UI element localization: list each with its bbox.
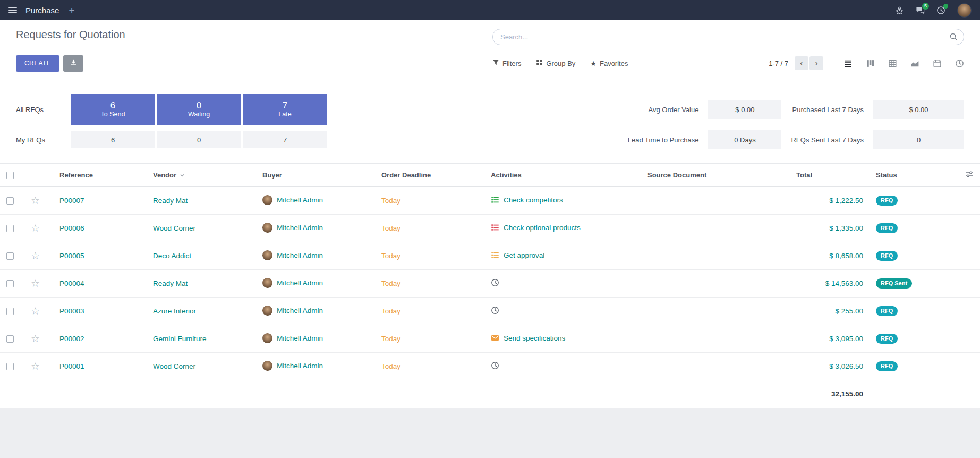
export-button[interactable] — [63, 55, 83, 72]
buyer-link[interactable]: Mitchell Admin — [277, 307, 323, 315]
group-by-button[interactable]: Group By — [536, 59, 575, 67]
select-all-checkbox[interactable] — [6, 172, 14, 179]
favorite-star-icon[interactable]: ☆ — [31, 333, 40, 344]
vendor-link[interactable]: Ready Mat — [153, 197, 188, 205]
buyer-link[interactable]: Mitchell Admin — [277, 362, 323, 370]
row-checkbox[interactable] — [6, 252, 14, 260]
search-icon[interactable] — [949, 32, 958, 41]
table-row[interactable]: ☆ P00001 Wood Corner Mitchell Admin Toda… — [0, 353, 980, 380]
activities-clock-icon[interactable] — [936, 6, 945, 15]
kpi-avg-order-value: $ 0.00 — [708, 100, 781, 119]
tile-late[interactable]: 7 Late — [243, 94, 327, 125]
graph-view-icon[interactable] — [910, 59, 919, 68]
vendor-link[interactable]: Azure Interior — [153, 307, 196, 315]
buyer-link[interactable]: Mitchell Admin — [277, 196, 323, 204]
tile-waiting[interactable]: 0 Waiting — [157, 94, 241, 125]
row-checkbox[interactable] — [6, 363, 14, 370]
table-row[interactable]: ☆ P00006 Wood Corner Mitchell Admin Toda… — [0, 215, 980, 242]
optional-columns-icon[interactable] — [965, 170, 974, 179]
column-header-total[interactable]: Total — [790, 164, 870, 187]
column-header-order-deadline[interactable]: Order Deadline — [375, 164, 484, 187]
buyer-link[interactable]: Mitchell Admin — [277, 279, 323, 287]
sort-caret-icon — [180, 172, 185, 177]
list-view-icon[interactable] — [843, 59, 853, 68]
my-tile-to-send[interactable]: 6 — [71, 131, 155, 148]
buyer-avatar — [262, 361, 272, 371]
activity-label[interactable]: Check competitors — [504, 196, 563, 204]
column-header-activities[interactable]: Activities — [484, 164, 641, 187]
favorites-button[interactable]: ★ Favorites — [590, 60, 628, 67]
activity-todo-list-icon[interactable] — [491, 223, 499, 232]
table-row[interactable]: ☆ P00002 Gemini Furniture Mitchell Admin… — [0, 325, 980, 353]
calendar-view-icon[interactable] — [933, 59, 942, 68]
table-row[interactable]: ☆ P00004 Ready Mat Mitchell Admin Today … — [0, 270, 980, 298]
row-checkbox[interactable] — [6, 225, 14, 232]
table-row[interactable]: ☆ P00007 Ready Mat Mitchell Admin Today … — [0, 187, 980, 215]
pivot-view-icon[interactable] — [888, 59, 897, 68]
vendor-link[interactable]: Wood Corner — [153, 224, 195, 232]
favorite-star-icon[interactable]: ☆ — [31, 195, 40, 206]
table-row[interactable]: ☆ P00003 Azure Interior Mitchell Admin T… — [0, 298, 980, 325]
activity-clock-icon[interactable] — [491, 278, 499, 287]
activity-view-icon[interactable] — [955, 59, 964, 68]
table-row[interactable]: ☆ P00005 Deco Addict Mitchell Admin Toda… — [0, 242, 980, 270]
reference-link[interactable]: P00002 — [59, 335, 84, 343]
buyer-link[interactable]: Mitchell Admin — [277, 224, 323, 232]
filters-button[interactable]: Filters — [492, 59, 521, 67]
pager-previous-button[interactable]: ‹ — [795, 56, 808, 70]
column-header-status[interactable]: Status — [870, 164, 928, 187]
kpi-purchased-last-7-days-label: Purchased Last 7 Days — [791, 106, 864, 114]
activity-clock-icon[interactable] — [491, 306, 499, 315]
activity-email-icon[interactable] — [491, 334, 499, 342]
my-tile-late[interactable]: 7 — [243, 131, 327, 148]
new-tab-icon[interactable]: + — [69, 5, 74, 15]
reference-link[interactable]: P00006 — [59, 224, 84, 232]
activity-label[interactable]: Send specifications — [504, 334, 565, 342]
column-header-vendor[interactable]: Vendor — [147, 164, 256, 187]
buyer-avatar — [262, 250, 272, 260]
messages-icon[interactable]: 5 — [916, 6, 925, 15]
reference-link[interactable]: P00004 — [59, 279, 84, 287]
reference-link[interactable]: P00005 — [59, 252, 84, 260]
row-checkbox[interactable] — [6, 335, 14, 343]
vendor-link[interactable]: Deco Addict — [153, 252, 191, 260]
vendor-link[interactable]: Wood Corner — [153, 362, 195, 370]
reference-link[interactable]: P00001 — [59, 362, 84, 370]
pager-next-button[interactable]: › — [809, 56, 823, 70]
my-tile-waiting[interactable]: 0 — [157, 131, 241, 148]
debug-bug-icon[interactable] — [895, 6, 904, 15]
row-checkbox[interactable] — [6, 280, 14, 287]
favorite-star-icon[interactable]: ☆ — [31, 306, 40, 317]
buyer-link[interactable]: Mitchell Admin — [277, 334, 323, 342]
activity-label[interactable]: Check optional products — [504, 224, 581, 232]
row-checkbox[interactable] — [6, 197, 14, 205]
column-header-reference[interactable]: Reference — [53, 164, 147, 187]
tile-to-send[interactable]: 6 To Send — [71, 94, 155, 125]
vendor-link[interactable]: Gemini Furniture — [153, 335, 207, 343]
user-avatar[interactable] — [957, 3, 972, 18]
create-button[interactable]: CREATE — [16, 55, 59, 72]
favorite-star-icon[interactable]: ☆ — [31, 278, 40, 289]
search-input[interactable] — [492, 29, 964, 45]
activity-label[interactable]: Get approval — [504, 251, 544, 259]
activity-todo-list-icon[interactable] — [491, 251, 499, 259]
buyer-avatar — [262, 333, 272, 343]
buyer-link[interactable]: Mitchell Admin — [277, 251, 323, 259]
column-header-source-document[interactable]: Source Document — [641, 164, 790, 187]
favorite-star-icon[interactable]: ☆ — [31, 223, 40, 234]
vendor-link[interactable]: Ready Mat — [153, 279, 188, 287]
favorite-star-icon[interactable]: ☆ — [31, 250, 40, 261]
reference-link[interactable]: P00003 — [59, 307, 84, 315]
app-title[interactable]: Purchase — [25, 6, 59, 15]
reference-link[interactable]: P00007 — [59, 197, 84, 205]
favorites-star-icon: ★ — [590, 60, 596, 67]
activity-todo-list-icon[interactable] — [491, 196, 499, 204]
row-checkbox[interactable] — [6, 308, 14, 315]
column-header-buyer[interactable]: Buyer — [256, 164, 375, 187]
rfq-list-table: Reference Vendor Buyer Order Deadline Ac… — [0, 163, 980, 408]
favorite-star-icon[interactable]: ☆ — [31, 361, 40, 372]
kanban-view-icon[interactable] — [866, 59, 875, 68]
activity-clock-icon[interactable] — [491, 361, 499, 370]
apps-menu-icon[interactable] — [8, 7, 17, 13]
status-badge: RFQ — [876, 251, 898, 261]
